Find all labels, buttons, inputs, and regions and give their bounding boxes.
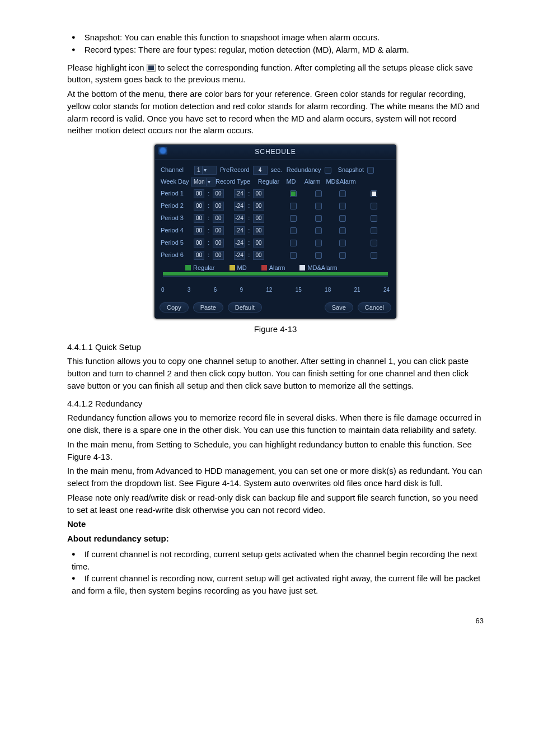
period-start-min[interactable]: 00: [213, 226, 224, 235]
timeline-ticks: 03691215182124: [161, 285, 390, 295]
copy-button[interactable]: Copy: [160, 302, 189, 312]
period-start-min[interactable]: 00: [213, 214, 224, 223]
square-green-icon: [185, 265, 191, 270]
period-start-min[interactable]: 00: [213, 251, 224, 260]
weekday-dropdown[interactable]: Mon ▾: [191, 178, 216, 186]
period-regular-checkbox[interactable]: [290, 203, 297, 209]
period-mdalarm-checkbox[interactable]: [371, 190, 377, 197]
period-regular-checkbox[interactable]: [290, 252, 297, 259]
snapshot-checkbox[interactable]: [367, 167, 374, 174]
redundancy-checkbox[interactable]: [325, 167, 331, 174]
period-start-hour[interactable]: 00: [194, 226, 205, 235]
tick-label: 6: [214, 286, 217, 295]
weekday-row: Week Day Mon ▾ Record Type Regular MD Al…: [161, 176, 390, 188]
period-md-checkbox[interactable]: [315, 227, 322, 234]
tick-label: 15: [296, 286, 302, 295]
period-md-checkbox[interactable]: [315, 190, 322, 197]
period-end-hour[interactable]: -24: [234, 202, 245, 211]
section-redundancy-title: 4.4.1.2 Redundancy: [67, 398, 484, 410]
period-alarm-checkbox[interactable]: [339, 240, 346, 246]
period-row: Period 500:00-24:00: [161, 237, 390, 249]
period-end-hour[interactable]: -24: [234, 189, 245, 198]
weekday-label: Week Day: [161, 178, 191, 186]
legend-md: MD: [229, 264, 247, 273]
period-mdalarm-checkbox[interactable]: [371, 203, 377, 209]
period-end-min[interactable]: 00: [253, 239, 264, 248]
period-end-hour[interactable]: -24: [234, 226, 245, 235]
tick-label: 21: [354, 286, 360, 295]
weekday-value: Mon: [194, 178, 204, 186]
tick-label: 18: [325, 286, 331, 295]
period-start-hour[interactable]: 00: [194, 214, 205, 223]
period-mdalarm-checkbox[interactable]: [371, 215, 377, 222]
period-label: Period 1: [161, 189, 190, 198]
period-end-hour[interactable]: -24: [234, 239, 245, 248]
period-start-hour[interactable]: 00: [194, 239, 205, 248]
period-mdalarm-checkbox[interactable]: [371, 227, 377, 234]
legend-regular: Regular: [185, 264, 215, 273]
period-alarm-checkbox[interactable]: [339, 252, 346, 259]
period-start-hour[interactable]: 00: [194, 202, 205, 211]
period-mdalarm-checkbox[interactable]: [371, 240, 377, 246]
legend-mdalarm: MD&Alarm: [299, 264, 337, 273]
tick-label: 12: [266, 286, 272, 295]
period-row: Period 400:00-24:00: [161, 225, 390, 237]
header-alarm: Alarm: [301, 178, 324, 186]
period-end-min[interactable]: 00: [253, 251, 264, 260]
period-regular-checkbox[interactable]: [290, 215, 297, 222]
period-regular-checkbox[interactable]: [290, 240, 297, 246]
period-regular-checkbox[interactable]: [290, 190, 297, 197]
channel-value: 1: [197, 166, 200, 175]
bullet-not-recording: If current channel is not recording, cur…: [72, 548, 484, 573]
period-mdalarm-checkbox[interactable]: [371, 252, 377, 259]
period-alarm-checkbox[interactable]: [339, 203, 346, 209]
channel-dropdown[interactable]: 1 ▾: [194, 166, 217, 175]
header-mdalarm: MD&Alarm: [324, 178, 358, 186]
period-end-hour[interactable]: -24: [234, 214, 245, 223]
redundancy-para-4: Please note only read/write disk or read…: [67, 492, 484, 516]
snapshot-label: Snapshot: [338, 166, 364, 175]
dialog-title-text: SCHEDULE: [255, 148, 296, 156]
period-end-min[interactable]: 00: [253, 202, 264, 211]
period-start-min[interactable]: 00: [213, 189, 224, 198]
channel-label: Channel: [161, 166, 191, 175]
paste-button[interactable]: Paste: [193, 302, 223, 312]
default-button[interactable]: Default: [228, 302, 262, 312]
section-quick-setup-title: 4.4.1.1 Quick Setup: [67, 341, 484, 353]
period-md-checkbox[interactable]: [315, 215, 322, 222]
period-end-min[interactable]: 00: [253, 226, 264, 235]
prerecord-label: PreRecord: [220, 166, 250, 175]
period-regular-checkbox[interactable]: [290, 227, 297, 234]
paragraph-highlight-icon: Please highlight icon to select the corr…: [67, 62, 484, 86]
recordtype-label: Record Type: [216, 178, 256, 186]
bullet-record-types: Record types: There are four types: regu…: [72, 44, 484, 56]
cancel-button[interactable]: Cancel: [358, 302, 391, 312]
period-alarm-checkbox[interactable]: [339, 227, 346, 234]
period-start-hour[interactable]: 00: [194, 189, 205, 198]
period-end-hour[interactable]: -24: [234, 251, 245, 260]
note-label: Note: [67, 518, 484, 530]
period-row: Period 200:00-24:00: [161, 200, 390, 212]
period-md-checkbox[interactable]: [315, 252, 322, 259]
redundancy-label: Redundancy: [287, 166, 321, 175]
timeline-green-bar: [163, 272, 388, 276]
period-alarm-checkbox[interactable]: [339, 190, 346, 197]
period-start-hour[interactable]: 00: [194, 251, 205, 260]
period-row: Period 300:00-24:00: [161, 212, 390, 225]
period-end-min[interactable]: 00: [253, 189, 264, 198]
period-md-checkbox[interactable]: [315, 203, 322, 209]
prerecord-input[interactable]: 4: [253, 166, 268, 175]
redundancy-para-1: Redundancy function allows you to memori…: [67, 412, 484, 436]
period-alarm-checkbox[interactable]: [339, 215, 346, 222]
period-start-min[interactable]: 00: [213, 202, 224, 211]
section-quick-setup-body: This function allows you to copy one cha…: [67, 355, 484, 391]
save-button[interactable]: Save: [325, 302, 353, 312]
period-end-min[interactable]: 00: [253, 214, 264, 223]
period-start-min[interactable]: 00: [213, 239, 224, 248]
bullet-snapshot: Snapshot: You can enable this function t…: [72, 31, 484, 44]
sec-label: sec.: [271, 166, 282, 175]
period-md-checkbox[interactable]: [315, 240, 322, 246]
redundancy-para-3: In the main menu, from Advanced to HDD m…: [67, 465, 484, 489]
dialog-titlebar: SCHEDULE: [155, 145, 396, 160]
bullet-recording-now: If current channel is recording now, cur…: [72, 572, 484, 597]
